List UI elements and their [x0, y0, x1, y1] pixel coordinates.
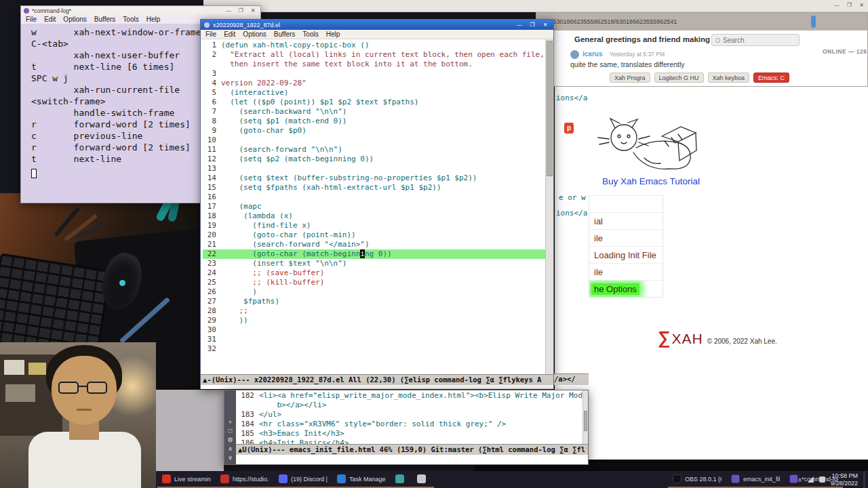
maximize-button[interactable]: ❐	[236, 7, 245, 14]
shelf-box	[5, 384, 35, 402]
app-icon	[279, 474, 288, 483]
scrollbar-thumb[interactable]	[584, 411, 587, 431]
tab-chip[interactable]: Logitech G HU	[654, 73, 704, 83]
code-text: <h3>Emacs Init</h3>	[259, 429, 344, 438]
taskbar-left-group: Live streaming - Y... https://studio.you…	[157, 471, 434, 488]
taskbar-button[interactable]: emacs_init_file.html	[726, 471, 785, 488]
minimize-button[interactable]: —	[515, 22, 524, 28]
elisp-buffer[interactable]: 1(defun xah-html-copy-topic-box () 2 "Ex…	[201, 39, 545, 374]
taskbar-clock[interactable]: 10:58 PM 9/28/2022	[831, 472, 858, 487]
minimize-button[interactable]: —	[834, 2, 840, 8]
menu-item[interactable]: Buffers	[94, 16, 116, 23]
html-buffer[interactable]: 182<li><a href="elisp_write_major_mode_i…	[236, 390, 583, 444]
menu-item[interactable]: Tools	[302, 30, 318, 38]
line-number: 19	[203, 221, 216, 230]
shelf-box	[28, 363, 46, 375]
toolbar-icon[interactable]: ⚙	[227, 436, 233, 443]
editor-scrollbar[interactable]	[583, 390, 588, 444]
code-text: b></a></li>	[259, 401, 326, 409]
xah-logo: ∑ XAH © 2006, 2022 Xah Lee.	[658, 327, 777, 348]
code-text: (setq $p2 (match-beginning 0))	[221, 155, 374, 163]
code-line: 26 )	[203, 287, 545, 297]
minimize-button[interactable]: —	[224, 7, 233, 14]
tab-chip[interactable]: Xah Progra	[610, 73, 650, 83]
volume-icon[interactable]	[819, 476, 825, 483]
menu-item[interactable]: Edit	[44, 16, 56, 23]
menu-item[interactable]: File	[26, 16, 37, 23]
minibuffer[interactable]	[236, 455, 588, 464]
code-line: 31	[203, 335, 545, 344]
taskbar-button[interactable]: (19) Discord | #ge...	[274, 471, 332, 488]
code-line: 4version 2022-09-28"	[203, 79, 545, 88]
code-line: 182<li><a href="elisp_write_major_mode_i…	[238, 391, 583, 401]
minibuffer[interactable]	[201, 385, 553, 389]
app-icon	[731, 474, 740, 483]
patreon-badge[interactable]: p	[564, 123, 574, 134]
taskbar-button-label: https://studio.you...	[233, 476, 269, 483]
site-nav-link[interactable]: he Options	[589, 280, 663, 297]
site-nav-link-label: Loading Init File	[591, 249, 659, 261]
tab-chip[interactable]: Emacs: C	[753, 73, 789, 83]
chat-url: ...s/630186623555862518/6301866235558625…	[543, 18, 677, 25]
site-nav-link[interactable]: ial	[589, 212, 663, 229]
search-input[interactable]	[723, 37, 784, 44]
tray-chevron-icon[interactable]: ∧	[797, 476, 802, 483]
show-desktop-button[interactable]	[863, 471, 865, 488]
line-number: 5	[203, 88, 216, 98]
code-text: <li><a href="elisp_write_major_mode_inde…	[259, 391, 583, 400]
chat-username[interactable]: icarus	[583, 50, 602, 58]
toolbar-icon[interactable]: +	[229, 419, 232, 426]
menu-item[interactable]: Options	[243, 30, 266, 38]
chat-titlebar[interactable]: ...s/630186623555862518/6301866235558625…	[536, 13, 867, 30]
site-nav-link[interactable]: ile	[589, 263, 663, 280]
close-button[interactable]: ✕	[859, 2, 864, 8]
emacs-html-window: +□⚙∧∨ 182<li><a href="elisp_write_major_…	[224, 390, 589, 465]
person-mouth	[77, 409, 92, 411]
menu-item[interactable]: Options	[63, 16, 86, 23]
menu-item[interactable]: File	[205, 30, 216, 38]
menu-item[interactable]: Help	[326, 30, 340, 38]
taskbar-button[interactable]: Live streaming - Y...	[157, 471, 216, 488]
chat-scrollbar-thumb[interactable]	[811, 16, 816, 28]
tab-chip[interactable]: Xah keyboa	[708, 73, 750, 83]
toolbar-icon[interactable]: □	[229, 428, 232, 434]
site-nav-link[interactable]	[589, 195, 663, 212]
site-nav-link[interactable]: ile	[589, 229, 663, 246]
taskbar-button[interactable]	[412, 471, 434, 488]
menu-item[interactable]: Edit	[224, 30, 235, 38]
taskbar-button-label: Live streaming - Y...	[174, 476, 211, 483]
taskbar-button[interactable]: Task Manager	[332, 471, 391, 488]
scrollbar-thumb[interactable]	[547, 41, 553, 176]
close-button[interactable]: ✕	[248, 7, 258, 14]
code-text: (interactive)	[221, 88, 288, 97]
code-text: ng 0))	[365, 249, 392, 258]
buy-tutorial-link[interactable]: Buy Xah Emacs Tutorial	[602, 176, 700, 186]
emacs-titlebar[interactable]: x20220928_1922_87d.el — ❐ ✕	[201, 20, 553, 30]
line-number: 22	[203, 249, 216, 259]
app-icon	[417, 474, 426, 483]
toolbar-icon[interactable]: ∧	[228, 445, 233, 452]
command-log-titlebar[interactable]: *command-log* — ❐ ✕	[21, 6, 260, 15]
code-text: version 2022-09-28"	[221, 79, 307, 87]
taskbar-button[interactable]: https://studio.you...	[216, 471, 274, 488]
maximize-button[interactable]: ❐	[528, 22, 537, 28]
toolbar-icon[interactable]: ∨	[228, 454, 233, 461]
line-number: 15	[203, 183, 216, 192]
code-text: <h4>Init Basics</h4>	[259, 439, 349, 444]
network-icon[interactable]	[808, 476, 814, 483]
taskbar-button[interactable]: OBS 28.0.1 (64-bi...	[668, 471, 726, 488]
menu-item[interactable]: Help	[146, 16, 161, 23]
code-text: (search-forward "</main>")	[221, 240, 370, 249]
site-nav-link[interactable]: Loading Init File	[589, 246, 663, 263]
line-number: 23	[203, 259, 216, 268]
menu-item[interactable]: Tools	[123, 16, 138, 23]
editor-scrollbar[interactable]	[545, 39, 553, 374]
close-button[interactable]: ✕	[540, 22, 550, 28]
maximize-button[interactable]: ❐	[847, 2, 852, 8]
menu-item[interactable]: Buffers	[274, 30, 296, 38]
search-icon	[715, 38, 720, 43]
code-line: 1(defun xah-html-copy-topic-box ()	[203, 41, 545, 50]
taskbar-button[interactable]	[391, 471, 412, 488]
code-line: 30	[203, 325, 545, 335]
search-box[interactable]	[711, 34, 800, 46]
